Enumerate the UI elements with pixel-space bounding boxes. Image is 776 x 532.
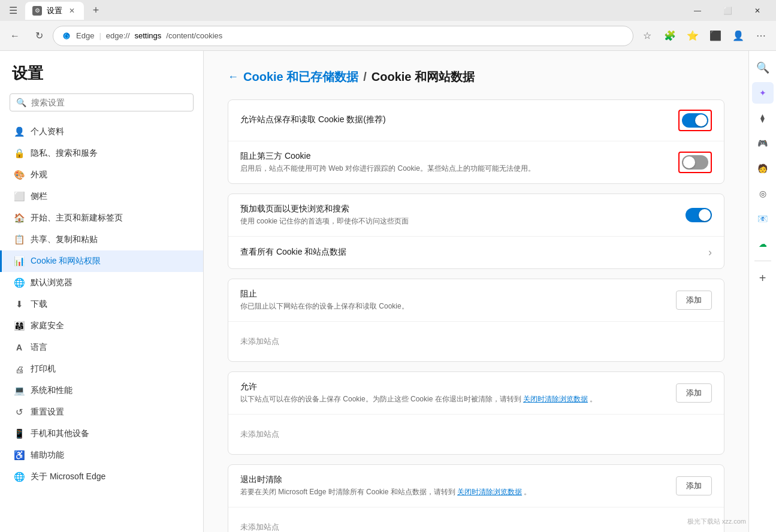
allow-cookies-action (678, 110, 712, 131)
clear-on-exit-section: 退出时清除 若要在关闭 Microsoft Edge 时清除所有 Cookie … (228, 464, 724, 532)
preload-title: 预加载页面以更快浏览和搜索 (240, 204, 678, 214)
downloads-nav-icon: ⬇ (14, 299, 25, 310)
accessibility-nav-icon: ♿ (14, 450, 25, 461)
sidebar-item-system[interactable]: 💻 系统和性能 (0, 380, 203, 401)
view-all-row[interactable]: 查看所有 Cookie 和站点数据 › (228, 237, 724, 268)
collections-icon-btn[interactable]: ⭐ (683, 26, 703, 46)
right-search-btn[interactable]: 🔍 (752, 57, 774, 78)
preload-row: 预加载页面以更快浏览和搜索 使用 cookie 记住你的首选项，即使你不访问这些… (228, 194, 724, 237)
chevron-right-icon: › (708, 246, 712, 259)
edge-logo-icon (62, 31, 71, 41)
address-bar[interactable]: Edge | edge://settings/content/cookies (53, 26, 633, 46)
privacy-nav-icon: 🔒 (14, 148, 25, 159)
restore-btn[interactable]: ⬜ (714, 0, 741, 21)
block-third-party-desc: 启用后，站点不能使用可跨 Web 对你进行跟踪的 Cookie。某些站点上的功能… (240, 163, 671, 174)
sidebar-item-sidebar[interactable]: ⬜ 侧栏 (0, 186, 203, 207)
favorites-icon-btn[interactable]: ☆ (637, 26, 657, 46)
sidebar-item-appearance[interactable]: 🎨 外观 (0, 164, 203, 186)
block-desc: 你已阻止以下网站在你的设备上保存和读取 Cookie。 (240, 301, 669, 312)
right-add-btn[interactable]: + (752, 267, 774, 289)
extensions-icon-btn[interactable]: 🧩 (660, 26, 680, 46)
block-section: 阻止 你已阻止以下网站在你的设备上保存和读取 Cookie。 添加 未添加站点 (228, 279, 724, 362)
clear-on-exit-content: 退出时清除 若要在关闭 Microsoft Edge 时清除所有 Cookie … (240, 474, 669, 497)
titlebar: ☰ ⚙ 设置 ✕ + — ⬜ ✕ (0, 0, 776, 21)
sidebar-toggle-btn[interactable]: ☰ (5, 2, 22, 19)
block-third-party-toggle-thumb (683, 156, 695, 168)
right-copilot-btn[interactable]: ✦ (752, 82, 774, 104)
sidebar-label-system: 系统和性能 (31, 385, 73, 396)
sidebar-label-downloads: 下载 (31, 299, 47, 310)
sidebar-item-printer[interactable]: 🖨 打印机 (0, 358, 203, 380)
new-tab-btn[interactable]: + (87, 2, 104, 19)
settings-tab[interactable]: ⚙ 设置 ✕ (25, 2, 84, 20)
clear-on-exit-desc-suffix: 。 (524, 488, 531, 496)
clear-on-exit-desc-link[interactable]: 关闭时清除浏览数据 (457, 488, 522, 496)
settings-content: ← Cookie 和已存储数据 / Cookie 和网站数据 允许站点保存和读取… (204, 51, 748, 532)
block-third-party-toggle[interactable] (682, 155, 708, 170)
sidebar-item-browser[interactable]: 🌐 默认浏览器 (0, 272, 203, 294)
sidebar-item-privacy[interactable]: 🔒 隐私、搜索和服务 (0, 143, 203, 164)
sidebar-item-mobile[interactable]: 📱 手机和其他设备 (0, 423, 203, 445)
right-outlook-btn[interactable]: 📧 (752, 208, 774, 229)
sidebar-label-appearance: 外观 (31, 170, 47, 180)
sidebar-item-family[interactable]: 👨‍👩‍👧 家庭安全 (0, 315, 203, 337)
breadcrumb-parent[interactable]: Cookie 和已存储数据 (243, 69, 358, 85)
settings-more-btn[interactable]: ⋯ (751, 26, 771, 46)
back-btn[interactable]: ← (5, 26, 25, 46)
sidebar-item-about[interactable]: 🌐 关于 Microsoft Edge (0, 466, 203, 488)
settings-sidebar: 设置 🔍 👤 个人资料 🔒 隐私、搜索和服务 🎨 外观 ⬜ 侧栏 🏠 开始、主页… (0, 51, 204, 532)
allow-desc-prefix: 以下站点可以在你的设备上保存 Cookie。为防止这些 Cookie 在你退出时… (240, 395, 521, 403)
sidebar-label-browser: 默认浏览器 (31, 277, 73, 288)
titlebar-left: ☰ ⚙ 设置 ✕ + (5, 2, 104, 20)
cookies-nav-icon: 📊 (14, 256, 25, 267)
url-suffix: /content/cookies (166, 31, 222, 40)
breadcrumb-back-btn[interactable]: ← (228, 71, 238, 83)
mobile-nav-icon: 📱 (14, 428, 25, 439)
minimize-btn[interactable]: — (684, 0, 711, 21)
profile-icon-btn[interactable]: 👤 (728, 26, 748, 46)
nav-icons-right: ☆ 🧩 ⭐ ⬛ 👤 ⋯ (637, 26, 771, 46)
sidebar-item-reset[interactable]: ↺ 重置设置 (0, 401, 203, 423)
right-collections-btn[interactable]: ⧫ (752, 107, 774, 129)
sidebar-item-downloads[interactable]: ⬇ 下载 (0, 294, 203, 315)
search-box[interactable]: 🔍 (10, 93, 194, 111)
allow-cookies-content: 允许站点保存和读取 Cookie 数据(推荐) (240, 114, 671, 126)
appearance-nav-icon: 🎨 (14, 170, 25, 180)
view-all-title: 查看所有 Cookie 和站点数据 (240, 247, 701, 258)
block-header-row: 阻止 你已阻止以下网站在你的设备上保存和读取 Cookie。 添加 (228, 279, 724, 322)
right-games-btn[interactable]: 🎮 (752, 132, 774, 154)
block-third-party-action (678, 152, 712, 173)
preload-toggle[interactable] (686, 208, 712, 222)
right-circle-btn[interactable]: ◎ (752, 183, 774, 204)
close-tab-btn[interactable]: ✕ (67, 6, 77, 16)
allow-empty-row: 未添加站点 (228, 415, 724, 454)
sidebar-item-accessibility[interactable]: ♿ 辅助功能 (0, 445, 203, 466)
allow-add-btn[interactable]: 添加 (676, 383, 712, 403)
block-third-party-content: 阻止第三方 Cookie 启用后，站点不能使用可跨 Web 对你进行跟踪的 Co… (240, 151, 671, 174)
block-third-party-title: 阻止第三方 Cookie (240, 151, 671, 162)
search-input[interactable] (31, 98, 187, 107)
sidebar-item-language[interactable]: A 语言 (0, 337, 203, 358)
right-cloud-btn[interactable]: ☁ (752, 233, 774, 255)
sidebar-item-cookies[interactable]: 📊 Cookie 和网站权限 (0, 250, 203, 272)
url-prefix: edge:// (106, 31, 130, 40)
block-add-btn[interactable]: 添加 (676, 291, 712, 310)
split-screen-btn[interactable]: ⬛ (705, 26, 726, 46)
breadcrumb-current: Cookie 和网站数据 (372, 69, 475, 85)
allow-cookies-title: 允许站点保存和读取 Cookie 数据(推荐) (240, 114, 671, 125)
sidebar-label-printer: 打印机 (31, 364, 56, 374)
clear-on-exit-add-btn[interactable]: 添加 (676, 476, 712, 495)
refresh-btn[interactable]: ↻ (29, 26, 49, 46)
sidebar-item-share[interactable]: 📋 共享、复制和粘贴 (0, 229, 203, 250)
sidebar-item-profile[interactable]: 👤 个人资料 (0, 121, 203, 143)
close-btn[interactable]: ✕ (744, 0, 771, 21)
clear-on-exit-action: 添加 (676, 476, 712, 495)
sidebar-label-reset: 重置设置 (31, 407, 64, 418)
allow-cookies-toggle[interactable] (682, 113, 708, 128)
block-header-content: 阻止 你已阻止以下网站在你的设备上保存和读取 Cookie。 (240, 289, 669, 312)
allow-header-content: 允许 以下站点可以在你的设备上保存 Cookie。为防止这些 Cookie 在你… (240, 382, 669, 404)
right-person-btn[interactable]: 🧑 (752, 158, 774, 179)
clear-on-exit-header-row: 退出时清除 若要在关闭 Microsoft Edge 时清除所有 Cookie … (228, 465, 724, 507)
sidebar-item-startup[interactable]: 🏠 开始、主页和新建标签页 (0, 207, 203, 229)
allow-desc-link[interactable]: 关闭时清除浏览数据 (523, 395, 588, 403)
